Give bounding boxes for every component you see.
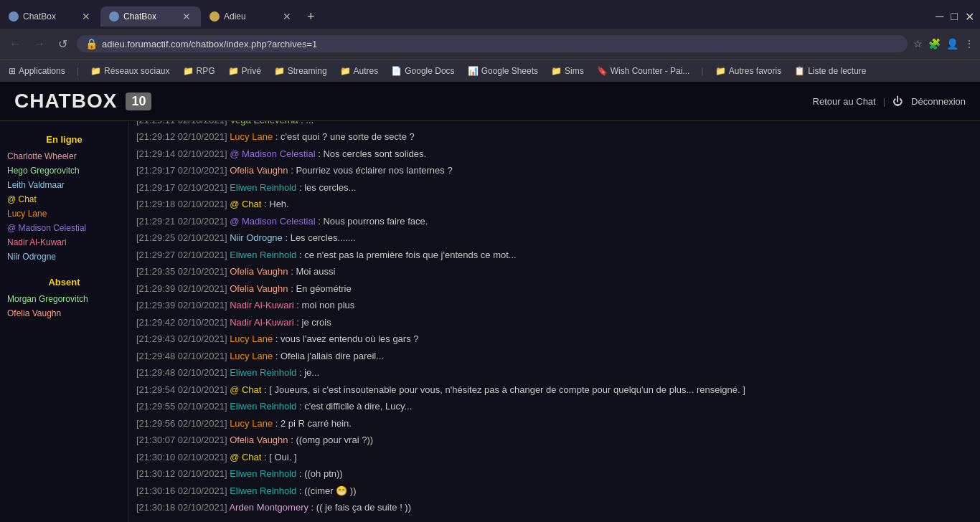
profile-avatar[interactable]: 👤 bbox=[946, 38, 958, 49]
message-author[interactable]: Eliwen Reinhold bbox=[230, 250, 296, 260]
message-author[interactable]: @ Madison Celestial bbox=[230, 216, 315, 227]
bookmark-applications[interactable]: ⊞ Applications bbox=[6, 65, 68, 77]
message-author[interactable]: Eliwen Reinhold bbox=[230, 485, 296, 496]
tab-title-1: ChatBox bbox=[23, 11, 76, 22]
url-bar[interactable]: 🔒 adieu.forumactif.com/chatbox/index.php… bbox=[77, 35, 908, 52]
tab-3[interactable]: Adieu ✕ bbox=[201, 6, 301, 27]
bookmark-wish-counter[interactable]: 🔖 Wish Counter - Pai... bbox=[594, 65, 693, 77]
sidebar-user-chat[interactable]: @ Chat bbox=[0, 192, 128, 207]
bookmark-rpg-label: RPG bbox=[197, 66, 215, 76]
message-timestamp: [21:30:10 02/10/2021] bbox=[136, 452, 230, 462]
message-author[interactable]: @ Chat bbox=[230, 199, 261, 209]
message-author[interactable]: Ofelia Vaughn bbox=[230, 266, 288, 277]
message-text: : les cercles... bbox=[296, 182, 356, 193]
message-author[interactable]: Nadir Al-Kuwari bbox=[230, 317, 294, 328]
app-title: CHATBOX bbox=[14, 90, 117, 113]
chat-area[interactable]: [21:29:08 02/10/2021] Lucy Lane : les ce… bbox=[129, 121, 980, 522]
bookmark-rpg[interactable]: 📁 RPG bbox=[180, 65, 218, 77]
folder-icon-prive: 📁 bbox=[228, 66, 239, 76]
tab-close-3[interactable]: ✕ bbox=[281, 11, 293, 22]
bookmark-streaming[interactable]: 📁 Streaming bbox=[271, 65, 330, 77]
message-author[interactable]: Ofelia Vaughn bbox=[230, 165, 288, 176]
sidebar-user-madison[interactable]: @ Madison Celestial bbox=[0, 221, 128, 235]
message-author[interactable]: @ Chat bbox=[230, 384, 261, 395]
back-button[interactable]: ← bbox=[6, 36, 24, 52]
bookmark-prive[interactable]: 📁 Privé bbox=[225, 65, 264, 77]
new-tab-button[interactable]: + bbox=[301, 9, 321, 24]
bookmark-liste-lecture[interactable]: 📋 Liste de lecture bbox=[791, 65, 869, 77]
lock-icon: 🔒 bbox=[85, 38, 98, 49]
tab-2[interactable]: ChatBox ✕ bbox=[100, 6, 201, 27]
bookmark-sims[interactable]: 📁 Sims bbox=[548, 65, 587, 77]
chat-message: [21:30:07 02/10/2021] Ofelia Vaughn : ((… bbox=[136, 432, 973, 449]
message-author[interactable]: Lucy Lane bbox=[230, 333, 273, 344]
sidebar-user-charlotte[interactable]: Charlotte Wheeler bbox=[0, 149, 128, 163]
message-timestamp: [21:30:12 02/10/2021] bbox=[136, 468, 230, 479]
chat-message: [21:29:17 02/10/2021] Ofelia Vaughn : Po… bbox=[136, 162, 973, 179]
message-text: : vous l'avez entendu où les gars ? bbox=[273, 333, 418, 344]
message-timestamp: [21:29:11 02/10/2021] bbox=[136, 121, 230, 125]
message-timestamp: [21:29:48 02/10/2021] bbox=[136, 351, 230, 361]
message-author[interactable]: Eliwen Reinhold bbox=[230, 367, 296, 378]
sidebar-user-morgan[interactable]: Morgan Gregorovitch bbox=[0, 292, 128, 306]
message-timestamp: [21:29:42 02/10/2021] bbox=[136, 317, 230, 328]
message-timestamp: [21:29:17 02/10/2021] bbox=[136, 182, 230, 193]
tab-close-2[interactable]: ✕ bbox=[181, 11, 192, 22]
message-author[interactable]: Lucy Lane bbox=[230, 131, 273, 142]
bookmark-star-icon[interactable]: ☆ bbox=[913, 38, 923, 49]
retour-au-chat-link[interactable]: Retour au Chat bbox=[813, 96, 876, 107]
bookmark-autres-favoris-label: Autres favoris bbox=[729, 66, 781, 76]
chat-message: [21:29:39 02/10/2021] Ofelia Vaughn : En… bbox=[136, 280, 973, 298]
message-text: : ((cimer 😁 )) bbox=[296, 485, 356, 496]
chat-message: [21:29:56 02/10/2021] Lucy Lane : 2 pi R… bbox=[136, 415, 973, 432]
bookmark-google-docs-label: Google Docs bbox=[405, 66, 454, 76]
sidebar-user-leith[interactable]: Leith Valdmaar bbox=[0, 178, 128, 192]
message-author[interactable]: @ Chat bbox=[230, 452, 261, 462]
bookmark-autres[interactable]: 📁 Autres bbox=[337, 65, 382, 77]
bookmark-autres-favoris[interactable]: 📁 Autres favoris bbox=[712, 65, 784, 77]
chat-message: [21:29:21 02/10/2021] @ Madison Celestia… bbox=[136, 213, 973, 230]
message-author[interactable]: @ Madison Celestial bbox=[230, 148, 315, 159]
message-author[interactable]: Eliwen Reinhold bbox=[230, 182, 296, 193]
url-text: adieu.forumactif.com/chatbox/index.php?a… bbox=[102, 39, 899, 49]
menu-button[interactable]: ⋮ bbox=[964, 38, 974, 49]
header-actions: Retour au Chat | ⏻ Déconnexion bbox=[813, 95, 966, 107]
tab-close-1[interactable]: ✕ bbox=[80, 11, 92, 22]
message-author[interactable]: Eliwen Reinhold bbox=[230, 401, 296, 412]
bookmark-reseaux[interactable]: 📁 Réseaux sociaux bbox=[88, 65, 172, 77]
chat-message: [21:29:11 02/10/2021] Vega Echeverria : … bbox=[136, 121, 973, 128]
message-author[interactable]: Vega Echeverria bbox=[230, 121, 298, 125]
message-author[interactable]: Lucy Lane bbox=[230, 418, 273, 429]
message-author[interactable]: Lucy Lane bbox=[230, 351, 273, 361]
app-header: CHATBOX 10 Retour au Chat | ⏻ Déconnexio… bbox=[0, 82, 980, 121]
forward-button[interactable]: → bbox=[30, 36, 49, 52]
sidebar-user-lucy[interactable]: Lucy Lane bbox=[0, 207, 128, 221]
tab-bar: ChatBox ✕ ChatBox ✕ Adieu ✕ + ─ □ ✕ bbox=[0, 0, 980, 29]
message-author[interactable]: Arden Montgomery bbox=[229, 502, 308, 513]
sidebar-user-ofelia[interactable]: Ofelia Vaughn bbox=[0, 306, 128, 321]
bookmark-google-docs[interactable]: 📄 Google Docs bbox=[388, 65, 457, 77]
sidebar-user-hego[interactable]: Hego Gregorovitch bbox=[0, 163, 128, 178]
message-timestamp: [21:29:39 02/10/2021] bbox=[136, 283, 230, 294]
message-text: : ce n'est pas la première fois que j'en… bbox=[296, 250, 516, 260]
chat-message: [21:30:18 02/10/2021] Arden Montgomery :… bbox=[136, 499, 973, 516]
logout-link[interactable]: Déconnexion bbox=[911, 96, 966, 107]
message-timestamp: [21:29:43 02/10/2021] bbox=[136, 333, 230, 344]
message-author[interactable]: Ofelia Vaughn bbox=[230, 283, 288, 294]
extensions-icon[interactable]: 🧩 bbox=[928, 38, 941, 49]
tab-1[interactable]: ChatBox ✕ bbox=[0, 6, 100, 27]
maximize-button[interactable]: □ bbox=[951, 10, 958, 23]
message-author[interactable]: Niir Odrogne bbox=[230, 232, 283, 243]
message-timestamp: [21:30:16 02/10/2021] bbox=[136, 485, 230, 496]
close-window-button[interactable]: ✕ bbox=[965, 10, 974, 24]
bookmark-google-sheets[interactable]: 📊 Google Sheets bbox=[465, 65, 541, 77]
sidebar-user-nadir[interactable]: Nadir Al-Kuwari bbox=[0, 235, 128, 250]
sidebar-user-niir[interactable]: Niir Odrogne bbox=[0, 250, 128, 264]
reload-button[interactable]: ↺ bbox=[55, 36, 71, 52]
message-author[interactable]: Nadir Al-Kuwari bbox=[230, 300, 294, 310]
message-text: : Pourriez vous éclairer nos lanternes ? bbox=[288, 165, 453, 176]
minimize-button[interactable]: ─ bbox=[936, 10, 943, 23]
message-author[interactable]: Ofelia Vaughn bbox=[230, 435, 288, 445]
bookmark-autres-label: Autres bbox=[354, 66, 379, 76]
message-author[interactable]: Eliwen Reinhold bbox=[230, 468, 296, 479]
